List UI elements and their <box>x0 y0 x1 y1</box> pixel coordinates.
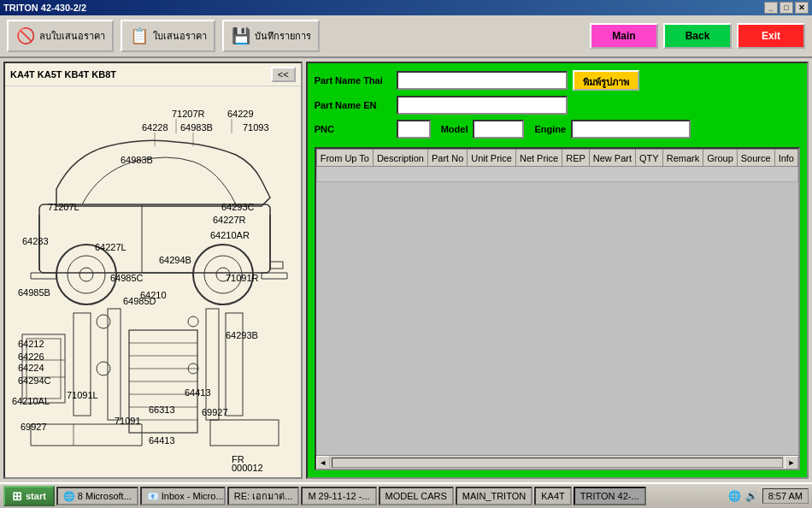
svg-text:69927: 69927 <box>202 407 228 417</box>
svg-text:64210AL: 64210AL <box>12 396 50 406</box>
svg-rect-29 <box>210 420 279 446</box>
svg-text:71091: 71091 <box>115 416 141 426</box>
quote-button[interactable]: 📋 ใบเสนอราคา <box>121 20 215 52</box>
taskbar-item-re[interactable]: RE: เอกมาต่... <box>227 487 300 505</box>
panel-nav-button[interactable]: << <box>271 67 296 82</box>
data-table-container: From Up To Description Part No Unit Pric… <box>315 147 800 470</box>
col-group: Group <box>703 150 738 167</box>
svg-text:64293C: 64293C <box>221 202 255 212</box>
svg-text:64985C: 64985C <box>110 273 144 283</box>
taskbar: ⊞ start 🌐 8 Microsoft... 📧 Inbox - Micro… <box>0 482 812 508</box>
svg-text:64294B: 64294B <box>159 255 191 265</box>
part-name-thai-input[interactable] <box>397 71 568 90</box>
taskbar-item-browser[interactable]: 🌐 8 Microsoft... <box>56 487 138 505</box>
svg-text:71091L: 71091L <box>67 390 98 400</box>
svg-point-1 <box>56 245 116 304</box>
col-rep: REP <box>562 150 590 167</box>
panel-header: KA4T KA5T KB4T KB8T << <box>5 63 301 86</box>
taskbar-item-m29[interactable]: M 29-11-12 -... <box>301 487 376 505</box>
taskbar-item-modelcars[interactable]: MODEL CARS <box>379 487 454 505</box>
svg-text:71093: 71093 <box>243 122 269 133</box>
save-icon: 💾 <box>231 26 251 46</box>
pnc-label: PNC <box>315 124 391 134</box>
svg-rect-26 <box>206 309 219 420</box>
minimize-button[interactable]: _ <box>764 2 778 14</box>
parts-table: From Up To Description Part No Unit Pric… <box>316 149 798 182</box>
taskbar-item-main-triton[interactable]: MAIN_TRITON <box>456 487 533 505</box>
svg-text:64210AR: 64210AR <box>210 230 250 240</box>
maximize-button[interactable]: □ <box>780 2 793 14</box>
network-icon: 🌐 <box>728 489 742 503</box>
svg-text:64983B: 64983B <box>121 155 153 165</box>
part-name-en-input[interactable] <box>397 96 568 115</box>
col-info: Info <box>774 150 797 167</box>
window-title: TRITON 42-430-2/2 <box>3 3 86 13</box>
part-name-en-row: Part Name EN <box>315 96 800 115</box>
main-content: KA4T KA5T KB4T KB8T << <box>0 58 812 482</box>
table-row <box>316 167 797 182</box>
svg-text:66313: 66313 <box>149 405 175 415</box>
part-name-thai-label: Part Name Thai <box>315 75 391 86</box>
svg-point-31 <box>97 362 110 375</box>
taskbar-item-ka4t[interactable]: KA4T <box>534 487 572 505</box>
col-from-up-to: From Up To <box>316 150 373 167</box>
svg-text:64985B: 64985B <box>18 287 50 298</box>
svg-point-3 <box>79 268 93 281</box>
part-name-en-label: Part Name EN <box>315 100 391 110</box>
taskbar-item-triton42[interactable]: TRITON 42-... <box>574 487 646 505</box>
svg-text:64229: 64229 <box>227 109 254 119</box>
volume-icon: 🔊 <box>745 489 759 503</box>
document-icon: 📋 <box>129 26 150 46</box>
col-unit-price: Unit Price <box>468 150 516 167</box>
taskbar-item-outlook[interactable]: 📧 Inbox - Micro... <box>140 487 226 505</box>
svg-text:64413: 64413 <box>185 387 211 398</box>
mail-icon: 📧 <box>147 491 159 502</box>
svg-rect-16 <box>74 313 91 416</box>
panel-title: KA4T KA5T KB4T KB8T <box>10 69 116 80</box>
svg-text:64283: 64283 <box>22 236 49 246</box>
svg-rect-17 <box>108 309 121 420</box>
main-button[interactable]: Main <box>590 23 658 49</box>
svg-text:64212: 64212 <box>18 339 44 349</box>
svg-point-32 <box>188 316 198 327</box>
col-new-part: New Part <box>589 150 635 167</box>
close-button[interactable]: ✕ <box>795 2 809 14</box>
col-remark: Remark <box>662 150 703 167</box>
print-image-button[interactable]: พิมพ์รูปภาพ <box>573 70 639 91</box>
car-diagram-svg: 71207R 64229 64228 64983B 71093 64983B 7… <box>5 86 296 477</box>
svg-text:64413: 64413 <box>149 435 175 446</box>
exit-button[interactable]: Exit <box>737 23 805 49</box>
engine-input[interactable] <box>571 120 691 139</box>
svg-text:71207R: 71207R <box>172 109 205 119</box>
col-part-no: Part No <box>427 150 467 167</box>
taskbar-right: 🌐 🔊 8:57 AM <box>728 488 809 504</box>
browser-icon: 🌐 <box>63 491 75 502</box>
pnc-model-engine-row: PNC Model Engine <box>315 120 800 139</box>
svg-point-30 <box>97 315 110 328</box>
delete-icon: 🚫 <box>15 26 36 46</box>
pnc-input[interactable] <box>397 120 431 139</box>
part-name-thai-row: Part Name Thai พิมพ์รูปภาพ <box>315 70 800 91</box>
scroll-right-button[interactable]: ► <box>785 456 798 470</box>
scroll-track[interactable] <box>332 458 783 468</box>
svg-text:64294C: 64294C <box>18 375 51 386</box>
delete-quote-button[interactable]: 🚫 ลบใบเสนอราคา <box>7 20 114 52</box>
svg-text:71207L: 71207L <box>48 202 79 212</box>
right-panel: Part Name Thai พิมพ์รูปภาพ Part Name EN … <box>306 62 809 479</box>
model-input[interactable] <box>473 120 524 139</box>
col-qty: QTY <box>636 150 663 167</box>
horizontal-scrollbar[interactable]: ◄ ► <box>316 455 798 469</box>
svg-text:69927: 69927 <box>21 422 47 432</box>
model-label: Model <box>441 124 468 134</box>
start-button[interactable]: ⊞ start <box>3 486 55 506</box>
title-bar: TRITON 42-430-2/2 _ □ ✕ <box>0 0 812 15</box>
table-body <box>316 167 797 182</box>
table-scroll-area[interactable]: From Up To Description Part No Unit Pric… <box>316 149 798 455</box>
diagram-area: 71207R 64229 64228 64983B 71093 64983B 7… <box>5 86 301 477</box>
scroll-left-button[interactable]: ◄ <box>316 456 330 470</box>
svg-text:64210: 64210 <box>140 290 167 300</box>
svg-rect-27 <box>226 313 243 416</box>
save-button[interactable]: 💾 บันทึกรายการ <box>222 20 320 52</box>
svg-text:FR: FR <box>232 454 244 464</box>
back-button[interactable]: Back <box>663 23 732 49</box>
